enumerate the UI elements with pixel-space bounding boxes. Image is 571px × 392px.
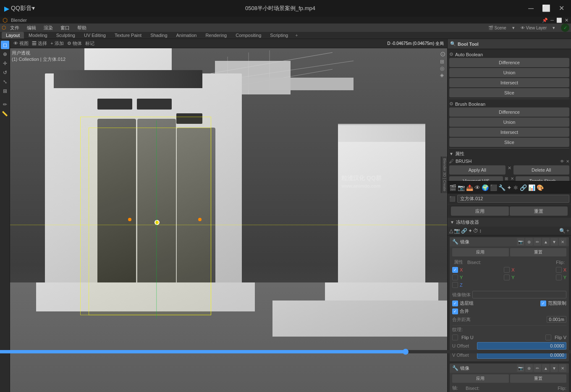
- prop-data-icon[interactable]: 📊: [528, 184, 535, 191]
- prop-scene-icon[interactable]: 🎬: [449, 184, 456, 191]
- os-maximize-btn[interactable]: ⬜: [540, 4, 553, 13]
- prop-constraints-icon[interactable]: 🔗: [520, 184, 527, 191]
- second-mod-edit-btn[interactable]: ✏: [534, 364, 541, 372]
- brush-slice-btn[interactable]: Slice: [449, 138, 569, 147]
- second-mod-up-btn[interactable]: ▲: [542, 364, 550, 372]
- mod-active-icon[interactable]: 📷: [454, 228, 460, 234]
- select-tool-btn[interactable]: ◻: [1, 41, 9, 49]
- rotate-tool-btn[interactable]: ↺: [1, 68, 9, 77]
- range-limit-check[interactable]: ✓: [540, 301, 546, 306]
- cursor-tool-btn[interactable]: ⊕: [1, 50, 9, 58]
- video-progress-thumb[interactable]: [403, 349, 409, 355]
- toggle-stack-btn[interactable]: Toggle Stack: [516, 176, 569, 182]
- mirror-reset-btn[interactable]: 重置: [510, 248, 567, 256]
- mod-search-icon[interactable]: 🔍: [559, 228, 566, 234]
- measure-tool-btn[interactable]: 📏: [1, 110, 9, 118]
- scale-tool-btn[interactable]: ⤡: [1, 78, 9, 86]
- second-mod-x-btn[interactable]: ✕: [559, 364, 566, 372]
- mod-chain-icon[interactable]: 🔗: [461, 228, 467, 234]
- x-bisect-check[interactable]: [504, 267, 510, 273]
- union-btn[interactable]: Union: [449, 68, 569, 77]
- object-name-field[interactable]: 立方体.012: [457, 195, 569, 203]
- prop-render-icon[interactable]: 📷: [458, 184, 465, 191]
- x-axis-check[interactable]: ✓: [452, 267, 458, 273]
- blender-min-btn[interactable]: ─: [550, 18, 554, 23]
- viewport-x-icon[interactable]: ✕: [510, 176, 515, 182]
- mod-clock-icon[interactable]: ⏱: [473, 228, 478, 234]
- brush-difference-btn[interactable]: Difference: [449, 107, 569, 117]
- delete-all-btn[interactable]: Delete All: [513, 165, 570, 175]
- intersect-btn[interactable]: Intersect: [449, 78, 569, 87]
- menu-render[interactable]: 渲染: [40, 24, 56, 32]
- mirror-camera-btn[interactable]: 📷: [517, 238, 524, 246]
- viewport-grid-btn[interactable]: ⊞: [440, 59, 445, 65]
- tab-sculpting[interactable]: Sculpting: [52, 32, 79, 39]
- viewport-select-menu[interactable]: ☰ 选择: [32, 40, 47, 47]
- y-axis-check[interactable]: [452, 274, 458, 280]
- tab-add-btn[interactable]: +: [293, 32, 300, 39]
- brush-eye-icon[interactable]: 👁: [560, 159, 564, 164]
- mirror-x-btn[interactable]: ✕: [559, 238, 566, 246]
- tab-texture-paint[interactable]: Texture Paint: [110, 32, 146, 39]
- u-offset-input[interactable]: 0.0000: [477, 342, 566, 350]
- menu-window[interactable]: 窗口: [57, 24, 73, 32]
- reset-btn-main[interactable]: 重置: [510, 206, 568, 216]
- prop-output-icon[interactable]: 📤: [466, 184, 473, 191]
- move-tool-btn[interactable]: ✛: [1, 59, 9, 68]
- slice-btn[interactable]: Slice: [449, 88, 569, 97]
- viewport-object-menu[interactable]: ⚙ 物体: [67, 40, 82, 47]
- mod-arrow-icon[interactable]: ↕: [479, 228, 482, 234]
- menu-file[interactable]: 文件: [7, 24, 23, 32]
- mirror-apply-btn[interactable]: 应用: [452, 248, 509, 256]
- apply-btn-main[interactable]: 应用: [451, 206, 509, 216]
- prop-object-icon[interactable]: ⬛: [490, 184, 497, 191]
- second-mod-down-btn[interactable]: ▼: [550, 364, 558, 372]
- os-close-btn[interactable]: ✕: [556, 4, 567, 13]
- os-minimize-btn[interactable]: ─: [526, 4, 536, 13]
- second-mod-reset-btn[interactable]: 重置: [510, 374, 567, 383]
- blender-max-btn[interactable]: ⬜: [556, 18, 562, 23]
- merge-check[interactable]: ✓: [452, 308, 458, 314]
- prop-physics-icon[interactable]: ⚛: [513, 184, 519, 191]
- video-progress-bar[interactable]: [0, 350, 571, 353]
- tab-animation[interactable]: Animation: [172, 32, 201, 39]
- mirror-move-up-btn[interactable]: ▲: [542, 238, 550, 246]
- tab-layout[interactable]: Layout: [2, 32, 24, 39]
- mirror-obj-field[interactable]: [472, 291, 566, 298]
- tab-uv-editing[interactable]: UV Editing: [80, 32, 110, 39]
- prop-particles-icon[interactable]: ✦: [507, 184, 512, 191]
- viewport-add-menu[interactable]: + 添加: [50, 40, 63, 47]
- transform-gizmo[interactable]: [155, 220, 160, 225]
- viewport-xray-btn[interactable]: ◈: [440, 72, 445, 78]
- tab-compositing[interactable]: Compositing: [231, 32, 265, 39]
- view-layer-selector[interactable]: 👁 View Layer: [517, 25, 550, 31]
- transform-tool-btn[interactable]: ⊞: [1, 87, 9, 95]
- tab-shading[interactable]: Shading: [146, 32, 171, 39]
- viewport-mark-label[interactable]: 标记: [85, 40, 94, 47]
- mod-particles-icon[interactable]: ✦: [468, 228, 472, 234]
- prop-view-icon[interactable]: 👁: [474, 184, 480, 191]
- apply-all-btn[interactable]: Apply All: [449, 165, 506, 175]
- mod-mesh-icon[interactable]: △: [449, 228, 453, 234]
- second-mod-render-btn[interactable]: ⊕: [525, 364, 533, 372]
- x-flip-check[interactable]: [556, 267, 562, 273]
- blender-pin-icon[interactable]: 📌: [542, 18, 548, 23]
- second-mod-apply-btn[interactable]: 应用: [452, 374, 509, 383]
- apply-x-icon[interactable]: ✕: [506, 165, 513, 175]
- prop-world-icon[interactable]: 🌍: [482, 184, 489, 191]
- brush-x-icon[interactable]: ✕: [566, 159, 569, 164]
- viewport-view-menu[interactable]: 👁 视图: [13, 40, 29, 47]
- mirror-edit-btn[interactable]: ✏: [534, 238, 541, 246]
- menu-help[interactable]: 帮助: [74, 24, 90, 32]
- y-flip-check[interactable]: [556, 274, 562, 280]
- mirror-move-down-btn[interactable]: ▼: [550, 238, 558, 246]
- flip-u-check[interactable]: [452, 335, 458, 340]
- viewport-overlay-btn[interactable]: ◎: [440, 65, 445, 71]
- second-mod-camera-btn[interactable]: 📷: [517, 364, 524, 372]
- blender-close-btn[interactable]: ✕: [565, 18, 568, 23]
- prop-material-icon[interactable]: 🎨: [537, 184, 544, 191]
- difference-btn[interactable]: Difference: [449, 58, 569, 67]
- brush-intersect-btn[interactable]: Intersect: [449, 128, 569, 137]
- prop-modifier-icon[interactable]: 🔧: [498, 184, 506, 191]
- viewport[interactable]: 👁 视图 ☰ 选择 + 添加 ⚙ 物体 标记 D -0.04675m (0.04…: [10, 39, 447, 392]
